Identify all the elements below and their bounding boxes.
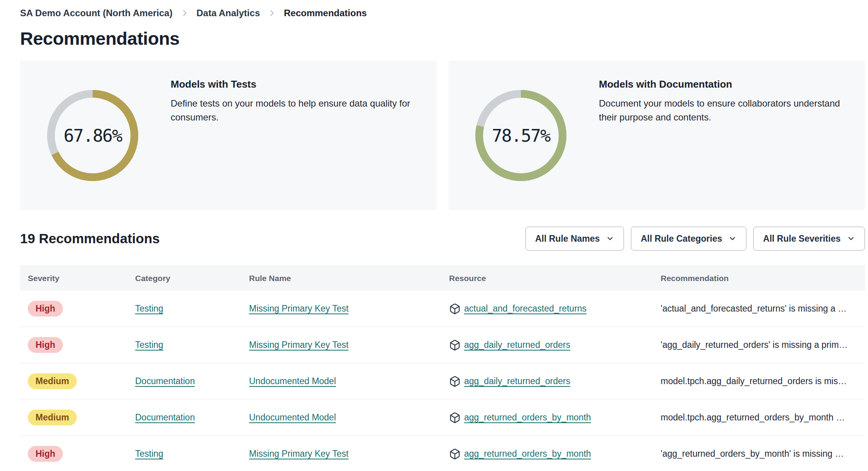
model-cube-icon <box>449 339 461 351</box>
page-title: Recommendations <box>20 28 865 49</box>
column-header-rule-name: Rule Name <box>249 274 449 283</box>
card-text-tests: Models with Tests Define tests on your m… <box>171 61 437 124</box>
recommendation-cell: model.tpch.agg_daily_returned_orders is … <box>661 376 865 386</box>
donut-chart-tests: 67.86% <box>46 89 139 182</box>
resource-cell: agg_returned_orders_by_month <box>449 448 661 460</box>
model-cube-icon <box>449 412 461 424</box>
rule-name-cell: Undocumented Model <box>249 412 449 423</box>
rule-name-link[interactable]: Undocumented Model <box>249 376 336 386</box>
resource-link[interactable]: actual_and_forecasted_returns <box>464 303 587 314</box>
table-row: HighTestingMissing Primary Key Testagg_d… <box>20 327 865 363</box>
severity-badge: High <box>28 301 63 317</box>
list-header: 19 Recommendations All Rule Names All Ru… <box>20 227 865 251</box>
filter-rule-categories-dropdown[interactable]: All Rule Categories <box>631 227 746 251</box>
severity-cell: High <box>28 446 135 462</box>
recommendation-cell: 'agg_returned_orders_by_month' is missin… <box>661 449 865 459</box>
category-cell: Testing <box>135 340 249 350</box>
category-cell: Documentation <box>135 412 249 423</box>
category-cell: Testing <box>135 303 249 314</box>
column-header-severity: Severity <box>28 274 135 283</box>
rule-name-cell: Missing Primary Key Test <box>249 449 449 459</box>
resource-cell: agg_daily_returned_orders <box>449 376 661 387</box>
metric-cards: 67.86% Models with Tests Define tests on… <box>20 61 865 210</box>
breadcrumb: SA Demo Account (North America) Data Ana… <box>20 0 865 19</box>
severity-cell: Medium <box>28 373 135 389</box>
rule-name-link[interactable]: Missing Primary Key Test <box>249 303 349 313</box>
table-row: HighTestingMissing Primary Key Testagg_r… <box>20 436 865 471</box>
card-title-documentation: Models with Documentation <box>599 78 849 90</box>
breadcrumb-account[interactable]: SA Demo Account (North America) <box>20 8 173 19</box>
severity-cell: High <box>28 301 135 317</box>
column-header-category: Category <box>135 274 249 283</box>
donut-percent-tests: 67.86% <box>46 89 139 182</box>
category-cell: Testing <box>135 449 249 459</box>
table-row: MediumDocumentationUndocumented Modelagg… <box>20 363 865 400</box>
resource-link[interactable]: agg_returned_orders_by_month <box>464 449 591 459</box>
rule-name-link[interactable]: Missing Primary Key Test <box>249 449 349 459</box>
card-text-documentation: Models with Documentation Document your … <box>599 61 865 124</box>
donut-chart-documentation: 78.57% <box>475 89 567 182</box>
category-link[interactable]: Testing <box>135 303 163 313</box>
card-models-with-tests: 67.86% Models with Tests Define tests on… <box>20 61 437 210</box>
recommendations-table: Severity Category Rule Name Resource Rec… <box>20 265 865 471</box>
recommendations-page: SA Demo Account (North America) Data Ana… <box>0 0 868 471</box>
filter-bar: All Rule Names All Rule Categories All R… <box>526 227 865 251</box>
rule-name-cell: Missing Primary Key Test <box>249 303 449 314</box>
rule-name-link[interactable]: Undocumented Model <box>249 412 336 422</box>
rule-name-link[interactable]: Missing Primary Key Test <box>249 340 349 350</box>
breadcrumb-project[interactable]: Data Analytics <box>197 8 260 19</box>
resource-cell: actual_and_forecasted_returns <box>449 303 661 315</box>
resource-link[interactable]: agg_daily_returned_orders <box>464 340 570 350</box>
severity-cell: High <box>28 337 135 353</box>
card-models-with-documentation: 78.57% Models with Documentation Documen… <box>448 61 865 210</box>
column-header-recommendation: Recommendation <box>661 274 865 283</box>
column-header-resource: Resource <box>449 274 661 283</box>
severity-badge: High <box>28 337 63 353</box>
model-cube-icon <box>449 376 461 387</box>
resource-cell: agg_returned_orders_by_month <box>449 412 661 424</box>
rule-name-cell: Missing Primary Key Test <box>249 340 449 350</box>
filter-rule-severities-label: All Rule Severities <box>763 234 841 244</box>
card-title-tests: Models with Tests <box>171 78 421 90</box>
category-cell: Documentation <box>135 376 249 386</box>
table-row: MediumDocumentationUndocumented Modelagg… <box>20 400 865 436</box>
recommendations-count-title: 19 Recommendations <box>20 231 160 246</box>
filter-rule-names-dropdown[interactable]: All Rule Names <box>526 227 624 251</box>
chevron-right-icon <box>268 9 276 17</box>
model-cube-icon <box>449 303 461 315</box>
filter-rule-categories-label: All Rule Categories <box>641 234 722 244</box>
rule-name-cell: Undocumented Model <box>249 376 449 386</box>
recommendation-cell: model.tpch.agg_returned_orders_by_month … <box>661 412 865 423</box>
donut-percent-documentation: 78.57% <box>475 89 567 182</box>
category-link[interactable]: Documentation <box>135 412 195 422</box>
card-description-documentation: Document your models to ensure collabora… <box>599 97 849 124</box>
breadcrumb-current: Recommendations <box>284 8 367 19</box>
recommendation-cell: 'actual_and_forecasted_returns' is missi… <box>661 303 865 314</box>
category-link[interactable]: Testing <box>135 449 163 459</box>
resource-cell: agg_daily_returned_orders <box>449 339 661 351</box>
chevron-right-icon <box>180 9 189 17</box>
filter-rule-severities-dropdown[interactable]: All Rule Severities <box>753 227 865 251</box>
card-description-tests: Define tests on your models to help ensu… <box>171 97 421 124</box>
resource-link[interactable]: agg_returned_orders_by_month <box>464 412 591 423</box>
filter-rule-names-label: All Rule Names <box>535 234 600 244</box>
severity-badge: Medium <box>28 410 77 425</box>
category-link[interactable]: Documentation <box>135 376 195 386</box>
category-link[interactable]: Testing <box>135 340 163 350</box>
resource-link[interactable]: agg_daily_returned_orders <box>464 376 570 386</box>
table-row: HighTestingMissing Primary Key Testactua… <box>20 291 865 327</box>
severity-badge: High <box>28 446 63 462</box>
chevron-down-icon <box>728 234 737 243</box>
severity-cell: Medium <box>28 410 135 425</box>
chevron-down-icon <box>606 234 614 243</box>
severity-badge: Medium <box>28 373 77 389</box>
model-cube-icon <box>449 448 461 460</box>
chevron-down-icon <box>847 234 855 243</box>
table-header-row: Severity Category Rule Name Resource Rec… <box>20 265 865 291</box>
recommendation-cell: 'agg_daily_returned_orders' is missing a… <box>661 340 865 350</box>
